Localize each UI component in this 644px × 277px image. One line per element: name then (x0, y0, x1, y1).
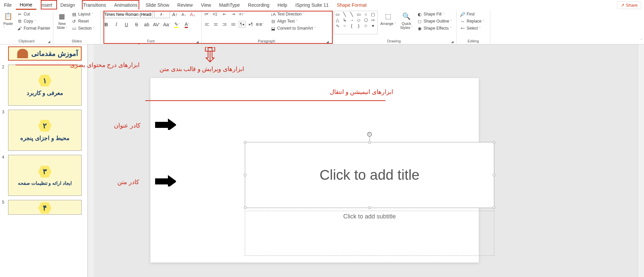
slide-thumb-1[interactable]: آموزش مقدماتی (8, 46, 82, 61)
tab-shape-format[interactable]: Shape Format (333, 0, 371, 10)
slide[interactable]: Click to add title Click to add subtitle (150, 78, 479, 263)
change-case-button[interactable]: Aa (163, 21, 171, 28)
thumb-row-5[interactable]: 5 ۴ (0, 199, 87, 218)
cut-button[interactable]: ✂Cut (16, 11, 52, 18)
decrease-font-icon[interactable]: A↓ (180, 11, 187, 18)
shape-textbox-icon[interactable]: ▭ (335, 12, 340, 16)
strikethrough-button[interactable]: S (133, 21, 140, 28)
font-launcher-icon[interactable]: ◢ (196, 40, 199, 43)
tab-animations[interactable]: Animations (110, 0, 141, 10)
tab-help[interactable]: Help (273, 0, 291, 10)
resize-handle-n[interactable] (368, 141, 371, 144)
layout-button[interactable]: ▤Layout (70, 11, 96, 18)
tab-home[interactable]: Home (16, 0, 36, 10)
shape-brace2-icon[interactable]: } (356, 23, 361, 28)
tab-insert[interactable]: Insert (36, 0, 56, 10)
shape-roundrect-icon[interactable]: ▢ (370, 12, 376, 16)
tab-file[interactable]: File (0, 0, 16, 10)
shape-hex-icon[interactable]: ⬡ (363, 18, 369, 22)
shape-line-icon[interactable]: ╲ (342, 12, 347, 16)
convert-smartart-button[interactable]: ⬓Convert to SmartArt (269, 25, 317, 32)
tab-slideshow[interactable]: Slide Show (142, 0, 173, 10)
shape-rect-icon[interactable]: ▭ (356, 12, 361, 16)
subtitle-placeholder[interactable]: Click to add subtitle (245, 211, 494, 256)
tab-review[interactable]: Review (173, 0, 197, 10)
justify-button[interactable] (230, 21, 237, 28)
rtl-button[interactable]: ¶◂ (239, 21, 245, 28)
section-button[interactable]: ▭Section (70, 25, 96, 32)
text-direction-button[interactable]: ↕AText Direction (269, 11, 317, 18)
tab-ispring[interactable]: iSpring Suite 11 (291, 0, 333, 10)
slide-thumb-4[interactable]: ۳ ایجاد ارائه و تنظیمات صفحه (8, 155, 82, 196)
shape-triangle-icon[interactable]: △ (335, 18, 340, 22)
shape-arrowblk-icon[interactable]: ⇨ (370, 18, 376, 22)
slide-thumb-5[interactable]: ۴ (8, 200, 82, 215)
numbering-button[interactable]: ≡1 (212, 11, 219, 18)
drawing-launcher-icon[interactable]: ◢ (451, 40, 453, 43)
slide-thumb-2[interactable]: ۱ معرفی و کاربرد (8, 65, 82, 106)
thumb-row-4[interactable]: 4 ۳ ایجاد ارائه و تنظیمات صفحه (0, 154, 87, 199)
thumb-row-3[interactable]: 3 ۲ محیط و اجزای پنجره (0, 109, 87, 154)
thumbnails-scrollbar[interactable] (88, 44, 94, 277)
resize-handle-ne[interactable] (493, 141, 495, 144)
increase-indent-button[interactable]: ⇥ (230, 11, 237, 18)
copy-button[interactable]: ⧉Copy (16, 18, 52, 25)
increase-font-icon[interactable]: A↑ (171, 11, 179, 18)
text-shadow-button[interactable]: ab (143, 21, 150, 28)
paste-button[interactable]: 📋 Paste (2, 11, 14, 30)
char-spacing-button[interactable]: AV (153, 21, 160, 28)
paragraph-launcher-icon[interactable]: ◢ (326, 40, 329, 43)
font-name-input[interactable] (103, 11, 153, 18)
rotate-handle-icon[interactable] (367, 132, 372, 137)
shape-more-icon[interactable]: ▾ (370, 23, 376, 28)
title-placeholder[interactable]: Click to add title (245, 142, 494, 208)
tab-recording[interactable]: Recording (244, 0, 273, 10)
ltr-button[interactable]: ▸¶ (247, 21, 254, 28)
shape-effects-button[interactable]: ◉Shape Effects (415, 25, 453, 32)
align-text-button[interactable]: ⊟Align Text (269, 18, 317, 25)
share-button[interactable]: Share (617, 1, 641, 9)
resize-handle-e[interactable] (493, 174, 495, 176)
font-color-button[interactable]: A (183, 21, 191, 28)
shape-outline-button[interactable]: ◻Shape Outline (415, 18, 453, 25)
clear-formatting-icon[interactable]: Aₓ (189, 11, 196, 18)
collapse-ribbon-icon[interactable]: ˆ (641, 39, 642, 43)
new-slide-button[interactable]: ▦ New Slide (55, 11, 69, 30)
shape-connector-icon[interactable]: ↳ (342, 18, 347, 22)
resize-handle-w[interactable] (244, 174, 246, 176)
italic-button[interactable]: I (113, 21, 120, 28)
select-button[interactable]: ⭠Select (459, 25, 486, 32)
shape-arrow-icon[interactable]: → (349, 18, 354, 22)
canvas-scrollbar[interactable] (638, 44, 644, 277)
slide-thumb-3[interactable]: ۲ محیط و اجزای پنجره (8, 110, 82, 151)
shape-star-icon[interactable]: ☆ (363, 23, 369, 28)
shape-fill-button[interactable]: ◐Shape Fill (415, 11, 453, 18)
bullets-button[interactable]: ≡• (204, 11, 210, 18)
arrange-button[interactable]: ⬚ Arrange (379, 11, 398, 26)
resize-handle-nw[interactable] (244, 141, 246, 144)
columns-button[interactable]: ≣≣ (256, 21, 263, 28)
line-spacing-button[interactable]: ≡↕ (239, 11, 245, 18)
quick-styles-button[interactable]: 🔍 Quick Styles (399, 11, 414, 30)
shapes-gallery[interactable]: ▭╲╲▭○▢ △↳→◇⬡⇨ ∿~{}☆▾ (334, 11, 378, 34)
tab-mathtype[interactable]: MathType (215, 0, 244, 10)
shape-line2-icon[interactable]: ╲ (349, 12, 354, 16)
font-size-input[interactable] (154, 11, 170, 18)
highlight-button[interactable]: ✎ (173, 21, 181, 28)
replace-button[interactable]: ↔Replace (459, 18, 486, 25)
reset-button[interactable]: ↺Reset (70, 18, 96, 25)
shape-oval-icon[interactable]: ○ (363, 12, 369, 16)
underline-button[interactable]: U (123, 21, 130, 28)
shape-diamond-icon[interactable]: ◇ (356, 18, 361, 22)
align-center-button[interactable] (212, 21, 219, 28)
tab-transitions[interactable]: Transitions (79, 0, 110, 10)
format-painter-button[interactable]: 🖌Format Painter (16, 25, 52, 32)
tab-view[interactable]: View (197, 0, 215, 10)
align-right-button[interactable] (221, 21, 228, 28)
tab-design[interactable]: Design (56, 0, 79, 10)
shape-curve-icon[interactable]: ∿ (335, 23, 340, 28)
clipboard-launcher-icon[interactable]: ◢ (48, 40, 50, 43)
resize-handle-sw[interactable] (244, 206, 246, 209)
thumb-row-2[interactable]: 2 ۱ معرفی و کاربرد (0, 64, 87, 109)
resize-handle-s[interactable] (368, 206, 371, 209)
